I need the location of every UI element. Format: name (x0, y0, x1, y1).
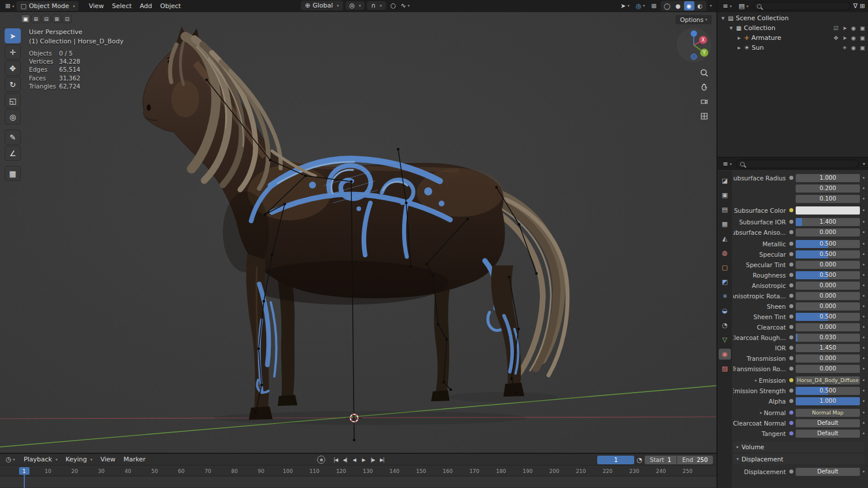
gizmo-negative-z-axis[interactable] (691, 54, 697, 60)
properties-tab-modifiers[interactable]: ◩ (719, 276, 731, 287)
properties-tab-material[interactable]: ◉ (719, 349, 731, 360)
hide-viewport-eye-icon[interactable]: ◉ (851, 25, 856, 31)
tool-cursor[interactable]: ✛ (5, 45, 21, 60)
tool-setting-select-extend[interactable]: ⊞ (31, 14, 41, 23)
keyframe-decorator[interactable] (863, 422, 865, 424)
keyframe-decorator[interactable] (863, 412, 865, 413)
prop-field-slider[interactable]: 0.000 (796, 282, 860, 290)
playback-play[interactable]: ▶ (359, 455, 368, 464)
orientation-dropdown[interactable]: ⊕ Global ▾ (301, 1, 343, 10)
timeline-menu-marker[interactable]: Marker (120, 454, 150, 464)
xray-toggle[interactable]: ⊞ (649, 2, 659, 10)
keyframe-decorator[interactable] (863, 471, 865, 472)
zoom-button[interactable] (698, 66, 711, 79)
prop-field-link[interactable]: Horse_D4_Body_Diffuse (796, 376, 860, 385)
prop-field-slider[interactable]: 0.500 (796, 271, 860, 279)
snap-dropdown[interactable]: ∩ ▾ (367, 1, 385, 10)
disable-render-camera-icon[interactable]: ▣ (860, 45, 865, 51)
properties-tab-constraints[interactable]: ◔ (719, 320, 731, 331)
filter-funnel-icon[interactable]: ∇ (853, 3, 857, 9)
selectable-icon[interactable]: ➤ (843, 35, 847, 41)
keyframe-decorator[interactable] (863, 326, 865, 328)
keyframe-decorator[interactable] (863, 305, 865, 307)
keyframe-decorator[interactable] (863, 187, 865, 189)
playback-play-reverse[interactable]: ◀ (350, 455, 359, 464)
section-displacement[interactable]: ▾Displacement (733, 454, 865, 464)
keyframe-decorator[interactable] (863, 432, 865, 434)
keyframe-decorator[interactable] (863, 379, 865, 381)
prop-field-slider[interactable]: 0.000 (796, 302, 860, 310)
timeline-menu-playback[interactable]: Playback▾ (20, 454, 61, 464)
properties-tab-object[interactable]: ▢ (719, 262, 731, 273)
tool-select-box[interactable]: ➤ (5, 28, 21, 43)
tool-transform[interactable]: ◎ (5, 109, 21, 124)
chevron-down-icon[interactable]: ▾ (863, 161, 865, 167)
mode-dropdown[interactable]: ▢ Object Mode ▾ (16, 1, 79, 11)
tool-annotate[interactable]: ✎ (5, 130, 21, 145)
keyframe-decorator[interactable] (863, 209, 865, 211)
properties-tab-scene[interactable]: ◭ (719, 233, 731, 244)
prop-field-menu[interactable]: Default (796, 430, 860, 438)
camera-view-button[interactable] (698, 95, 711, 108)
shading-dropdown-icon[interactable]: ▾ (710, 3, 712, 8)
navigation-gizmo[interactable]: X Y (675, 27, 712, 64)
frame-start-field[interactable]: Start 1 (645, 456, 676, 464)
keyframe-decorator[interactable] (863, 284, 865, 286)
prop-field-slider[interactable]: 0.500 (796, 250, 860, 258)
properties-tab-output[interactable]: ▤ (719, 204, 731, 215)
properties-editor-type-button[interactable]: ≡▾ (720, 160, 734, 168)
shading-solid[interactable]: ● (673, 1, 683, 10)
properties-tab-physics[interactable]: ◒ (719, 305, 731, 316)
tool-move[interactable]: ✥ (5, 61, 21, 76)
expand-icon[interactable]: ▶ (737, 46, 742, 50)
tool-scale[interactable]: ◱ (5, 93, 21, 108)
tool-setting-select-set[interactable]: ▣ (21, 14, 30, 23)
pivot-dropdown[interactable]: ◎ ▾ (345, 1, 365, 10)
tool-measure[interactable]: ∠ (5, 146, 21, 161)
outliner-display-mode-button[interactable]: ▤▾ (736, 2, 751, 10)
hide-viewport-eye-icon[interactable]: ◉ (851, 45, 856, 51)
prop-field-link[interactable]: Normal Map (796, 409, 860, 417)
proportional-editing-toggle[interactable]: ○ (388, 1, 399, 10)
properties-tab-render[interactable]: ▣ (719, 190, 731, 201)
prop-field-slider[interactable]: 0.500 (796, 313, 860, 321)
keyframe-decorator[interactable] (863, 357, 865, 359)
shading-wireframe[interactable]: ◯ (662, 1, 672, 10)
expand-icon[interactable]: ▶ (737, 36, 742, 40)
timeline-menu-view[interactable]: View (96, 454, 119, 464)
expand-icon[interactable]: ▸ (760, 411, 762, 415)
tool-add-cube[interactable]: ▦ (5, 166, 21, 181)
auto-keying-toggle[interactable] (317, 456, 325, 464)
prop-field-slider[interactable]: 0.000 (796, 261, 860, 269)
prop-field-number[interactable]: 0.100 (796, 195, 860, 203)
expand-icon[interactable]: ▸ (755, 378, 757, 383)
collapse-icon[interactable]: ▼ (729, 26, 734, 31)
disable-render-camera-icon[interactable]: ▣ (860, 35, 865, 41)
outliner-editor-type-button[interactable]: ≡▾ (720, 2, 734, 10)
color-swatch[interactable] (796, 206, 860, 215)
menu-object[interactable]: Object (156, 1, 185, 11)
gizmo-z-axis[interactable] (691, 31, 697, 37)
outliner-search-input[interactable] (753, 2, 851, 10)
keyframe-decorator[interactable] (863, 390, 865, 391)
selectable-icon[interactable]: ➤ (843, 25, 847, 31)
keyframe-decorator[interactable] (863, 295, 865, 297)
properties-tab-world[interactable]: ◍ (719, 247, 731, 258)
keyframe-decorator[interactable] (863, 198, 865, 199)
keyframe-decorator[interactable] (863, 231, 865, 233)
timeline-tracks[interactable] (0, 476, 716, 487)
viewport-canvas[interactable] (0, 12, 716, 453)
prop-field-number[interactable]: 1.000 (796, 174, 860, 182)
prop-field-menu[interactable]: Default (796, 419, 860, 427)
prop-field-number[interactable]: 0.200 (796, 184, 860, 193)
prop-field-slider[interactable]: 1.400 (796, 218, 860, 226)
shading-rendered[interactable]: ◐ (695, 1, 705, 10)
tool-rotate[interactable]: ↻ (5, 77, 21, 92)
keyframe-decorator[interactable] (863, 221, 865, 223)
menu-select[interactable]: Select (108, 1, 136, 11)
playback-jump-to-start[interactable]: |◀ (331, 455, 340, 464)
collapse-icon[interactable]: ▼ (720, 16, 726, 21)
current-frame-field[interactable]: 1 (597, 456, 634, 464)
checkbox-icon[interactable]: ☑ (833, 25, 838, 31)
outliner-row-armature[interactable]: ▶✛Armature✥➤◉▣ (718, 33, 868, 43)
